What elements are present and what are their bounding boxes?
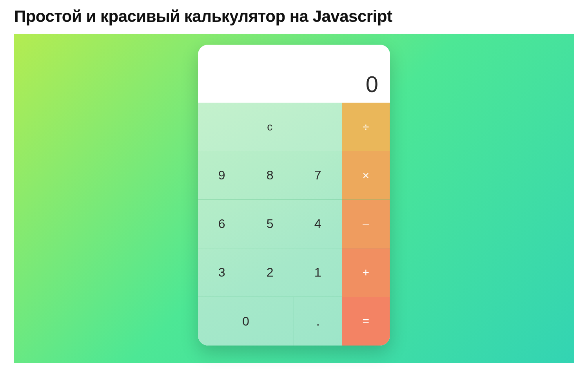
calculator: 0 c ÷ 9 8 7 × 6 5 4 – 3 2 1 + 0 . = [198, 45, 390, 346]
keypad: c ÷ 9 8 7 × 6 5 4 – 3 2 1 + 0 . = [198, 103, 390, 346]
decimal-button[interactable]: . [294, 297, 342, 346]
digit-1-button[interactable]: 1 [294, 248, 342, 297]
digit-5-button[interactable]: 5 [246, 200, 294, 248]
digit-4-button[interactable]: 4 [294, 200, 342, 248]
minus-button[interactable]: – [342, 200, 390, 248]
demo-area: 0 c ÷ 9 8 7 × 6 5 4 – 3 2 1 + 0 . = [14, 34, 574, 363]
plus-button[interactable]: + [342, 248, 390, 297]
equals-button[interactable]: = [342, 297, 390, 346]
multiply-button[interactable]: × [342, 151, 390, 200]
digit-3-button[interactable]: 3 [198, 248, 246, 297]
digit-7-button[interactable]: 7 [294, 151, 342, 200]
digit-0-button[interactable]: 0 [198, 297, 294, 346]
display-value: 0 [366, 73, 378, 96]
clear-button[interactable]: c [198, 103, 342, 151]
digit-2-button[interactable]: 2 [246, 248, 294, 297]
divide-button[interactable]: ÷ [342, 103, 390, 151]
calculator-display: 0 [198, 45, 390, 103]
digit-6-button[interactable]: 6 [198, 200, 246, 248]
digit-9-button[interactable]: 9 [198, 151, 246, 200]
digit-8-button[interactable]: 8 [246, 151, 294, 200]
page-title: Простой и красивый калькулятор на Javasc… [0, 0, 588, 34]
